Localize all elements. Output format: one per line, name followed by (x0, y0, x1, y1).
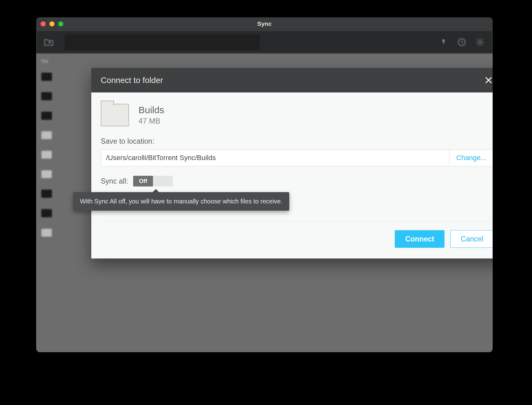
sync-all-toggle[interactable]: Off (133, 176, 173, 186)
toggle-state-label: Off (133, 176, 153, 186)
modal-footer: Connect Cancel (101, 230, 493, 250)
modal-header: Connect to folder (91, 68, 493, 92)
add-folder-icon[interactable] (42, 36, 55, 48)
sync-all-label: Sync all: (101, 177, 128, 186)
sync-all-tooltip: With Sync All off, you will have to manu… (73, 192, 289, 211)
app-window: Sync Na Connect to folder (36, 17, 493, 352)
location-input[interactable] (101, 150, 449, 166)
folder-icon (101, 104, 129, 126)
folder-size: 47 MB (139, 117, 164, 125)
connect-folder-modal: Connect to folder Builds 47 MB Save to l… (91, 68, 493, 258)
divider (101, 222, 493, 222)
window-title: Sync (257, 20, 271, 27)
traffic-lights (41, 21, 63, 26)
change-location-button[interactable]: Change... (449, 150, 493, 166)
gear-icon[interactable] (474, 36, 486, 48)
connect-button[interactable]: Connect (395, 230, 444, 248)
location-label: Save to location: (101, 137, 493, 146)
search-input[interactable] (65, 34, 260, 50)
list-column-name: Na (36, 56, 493, 67)
window-close-button[interactable] (41, 21, 46, 26)
folder-meta: Builds 47 MB (139, 105, 164, 125)
folder-name: Builds (139, 105, 164, 115)
modal-body: Builds 47 MB Save to location: Change...… (91, 92, 493, 258)
share-icon[interactable] (437, 36, 450, 48)
modal-title: Connect to folder (101, 75, 163, 85)
location-row: Change... (101, 149, 493, 166)
window-maximize-button[interactable] (58, 21, 63, 26)
close-icon[interactable] (484, 75, 493, 85)
toolbar (36, 31, 493, 54)
svg-point-1 (479, 41, 481, 43)
history-icon[interactable] (456, 36, 468, 48)
cancel-button[interactable]: Cancel (450, 230, 493, 248)
window-minimize-button[interactable] (49, 21, 54, 26)
sync-all-row: Sync all: Off With Sync All off, you wil… (101, 176, 493, 186)
folder-info: Builds 47 MB (101, 104, 493, 126)
titlebar: Sync (36, 17, 493, 31)
